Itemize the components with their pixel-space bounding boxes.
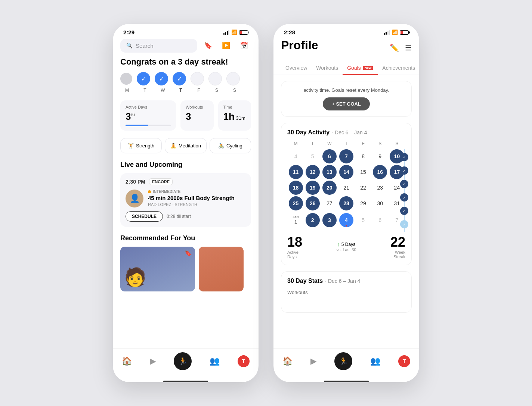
streak-node-6: ✓ <box>400 220 408 228</box>
nav-play[interactable]: ▶ <box>150 356 156 366</box>
cal-9: 9 <box>373 149 387 163</box>
nav2-play[interactable]: ▶ <box>310 356 317 366</box>
label-t1: T <box>138 88 152 93</box>
home-icon: 🏠 <box>122 356 132 366</box>
cal-26: 26 <box>306 196 320 210</box>
cycling-btn[interactable]: 🚴 Cycling <box>210 138 251 153</box>
person-icon: 🧑 <box>124 267 146 288</box>
tab-workouts[interactable]: Workouts <box>312 61 343 75</box>
cal-5: 5 <box>306 149 320 163</box>
day-dot-s2 <box>226 72 240 85</box>
streak-node-3: ✓ <box>400 180 408 188</box>
cal-16: 16 <box>373 165 387 179</box>
streak-line-5 <box>404 202 405 207</box>
streak-node-4: ✓ <box>400 193 408 202</box>
streak-line-bot <box>404 228 405 232</box>
avatar-icon-2: T <box>398 355 410 367</box>
cal-20: 20 <box>322 181 337 195</box>
nav2-run[interactable]: 🏃 <box>334 352 352 370</box>
label-s2: S <box>228 88 241 93</box>
strength-btn[interactable]: 🏋️ Strength <box>120 138 162 153</box>
rec-card-2[interactable] <box>199 247 244 291</box>
streak-line-3 <box>404 175 405 180</box>
label-t2: T <box>174 88 188 93</box>
cal-row-1: 4 5 6 7 8 9 10 <box>287 149 405 163</box>
cal-jan2: 2 <box>306 213 320 227</box>
streak-line-2 <box>404 161 405 166</box>
cal-6: 6 <box>322 149 337 163</box>
nav-people[interactable]: 👥 <box>210 356 220 366</box>
cal-h-w: W <box>321 141 338 146</box>
signal-icon-2 <box>384 30 390 35</box>
play-icon-2: ▶ <box>310 356 317 366</box>
cal-13: 13 <box>322 165 337 179</box>
cal-4: 4 <box>289 149 303 163</box>
rec-card-1[interactable]: 🔖 🧑 <box>120 247 195 291</box>
activity-title: 30 Day Activity <box>287 129 330 136</box>
nav2-people[interactable]: 👥 <box>370 356 380 366</box>
cal-28: 28 <box>339 196 353 210</box>
live-time: 2:30 PM <box>126 179 145 185</box>
workouts-value: 3 <box>186 111 208 122</box>
day-dot-w: ✓ <box>155 72 168 85</box>
avatar-icon: T <box>238 355 250 367</box>
nav2-profile[interactable]: T <box>398 355 410 367</box>
search-bar[interactable]: 🔍 Search <box>120 39 197 53</box>
streak-chain: ✓ ✓ ✓ ✓ ✓ ✓ <box>400 149 408 228</box>
nav-run[interactable]: 🏃 <box>174 352 192 370</box>
stats-row: Active Days 3/6 Workouts 3 Time 1h 31m <box>120 100 251 131</box>
active-days-value: 3/6 <box>126 111 171 122</box>
nav-home[interactable]: 🏠 <box>122 356 132 366</box>
set-goal-button[interactable]: + SET GOAL <box>323 97 370 110</box>
streak-value: 22 <box>366 234 405 250</box>
streak-node-1: ✓ <box>400 153 408 161</box>
status-icons-1: 📶 <box>223 29 248 35</box>
timer-text: 0:28 till start <box>167 214 191 219</box>
nav-profile-1[interactable]: T <box>238 355 250 367</box>
active-days-card: Active Days 3/6 <box>120 100 176 131</box>
cal-23: 23 <box>373 181 387 195</box>
recommended-title: Recommended For You <box>120 234 251 242</box>
meditation-btn[interactable]: 🧘 Meditation <box>165 138 206 153</box>
workouts-label: Workouts <box>186 105 208 109</box>
bookmark-button[interactable]: 🔖 <box>201 38 215 53</box>
schedule-button[interactable]: SCHEDULE <box>126 211 163 222</box>
live-card-body: 👤 INTERMEDIATE 45 min 2000s Full Body St… <box>126 190 246 207</box>
live-level: INTERMEDIATE <box>148 190 246 194</box>
cal-h-f: F <box>355 141 372 146</box>
edit-button[interactable]: ✏️ <box>390 43 399 52</box>
menu-button[interactable]: ☰ <box>405 43 412 52</box>
goal-card: activity time. Goals reset every Monday.… <box>281 81 412 117</box>
goal-text: activity time. Goals reset every Monday. <box>287 87 405 93</box>
video-button[interactable]: ▶️ <box>219 38 233 53</box>
battery-icon <box>239 30 248 35</box>
stats-card: 30 Day Stats · Dec 6 – Jan 4 Workouts <box>281 271 412 313</box>
cal-19: 19 <box>306 181 320 195</box>
nav2-home[interactable]: 🏠 <box>282 356 293 366</box>
day-labels: M T W T F S S <box>120 88 251 93</box>
tab-goals[interactable]: Goals New <box>343 61 378 75</box>
day-dot-f <box>191 72 204 85</box>
battery-icon-2 <box>400 30 409 35</box>
live-card-header: 2:30 PM ENCORE <box>126 178 246 185</box>
streak-line-top <box>404 149 405 153</box>
status-bar-2: 2:28 📶 <box>273 24 419 38</box>
streak-section: Congrats on a 3 day streak! ✓ ✓ ✓ M T W … <box>120 57 251 93</box>
day-dot-t1: ✓ <box>137 72 150 85</box>
streak-line-4 <box>404 188 405 193</box>
calendar-button[interactable]: 📅 <box>237 38 251 53</box>
day-dot-t2: ✓ <box>173 72 186 85</box>
meditation-label: Meditation <box>179 143 201 149</box>
act-days-label: ActiveDays <box>287 250 327 259</box>
active-days-label: Active Days <box>126 105 171 109</box>
activity-title-row: 30 Day Activity · Dec 6 – Jan 4 <box>287 129 405 136</box>
cal-30: 30 <box>373 196 387 210</box>
people-icon: 👥 <box>210 356 220 366</box>
tab-achievements[interactable]: Achievements <box>378 61 419 75</box>
live-actions: SCHEDULE 0:28 till start <box>126 211 246 222</box>
cal-7: 7 <box>339 149 353 163</box>
search-placeholder: Search <box>136 43 154 49</box>
tab-overview[interactable]: Overview <box>281 61 312 75</box>
play-icon: ▶ <box>150 356 156 366</box>
stats-title-row: 30 Day Stats · Dec 6 – Jan 4 <box>287 278 405 284</box>
